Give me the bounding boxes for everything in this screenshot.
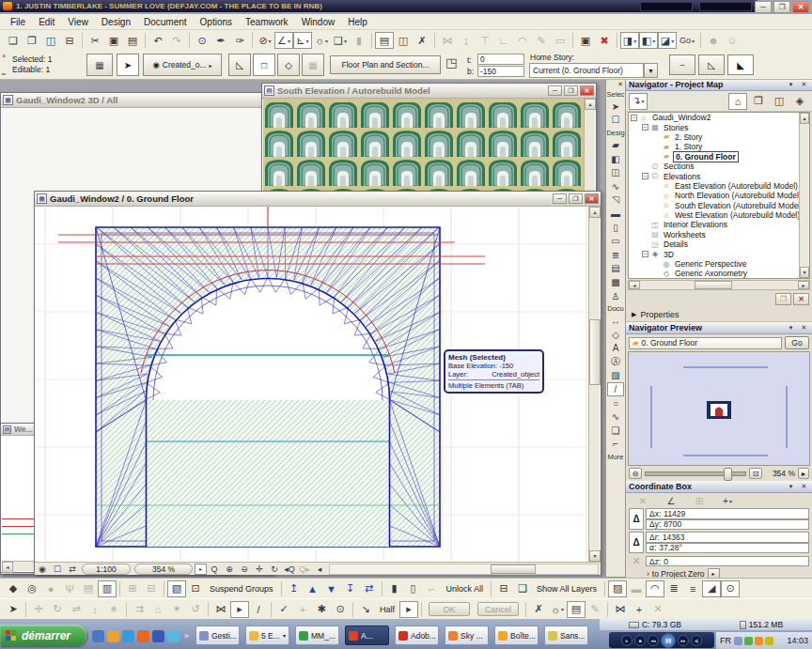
swap-order-icon[interactable]: ⇄ (360, 580, 379, 597)
regenerate-icon[interactable]: ↺ (186, 601, 205, 618)
scroll-down-icon[interactable]: ▾ (589, 550, 601, 562)
link-icon[interactable]: ⋈ (438, 32, 457, 49)
panel-menu-icon[interactable]: ▾ (786, 483, 796, 490)
tree-item-interior-elevations[interactable]: ◫Interior Elevations (629, 220, 809, 229)
door-tool[interactable]: ◧ (607, 152, 624, 166)
tray-icon-2[interactable] (755, 637, 763, 645)
half-snap-icon[interactable]: ↘ (356, 601, 375, 618)
bottom-elevation-field[interactable]: -150 (477, 66, 524, 77)
stretch-box-icon[interactable]: ▭ (551, 32, 570, 49)
window-plan-titlebar[interactable]: ▦ Gaudi_Window2 / 0. Ground Floor ─ ❐ ✕ (35, 192, 601, 207)
top-elevation-field[interactable]: 0 (477, 54, 524, 65)
3d-projection-icon[interactable]: ◎ (23, 580, 41, 597)
multiply-icon[interactable]: ∗ (104, 601, 123, 618)
menu-document[interactable]: Document (137, 16, 194, 28)
undo-icon[interactable]: ↶ (148, 32, 167, 49)
menu-design[interactable]: Design (95, 16, 137, 28)
minimize-button[interactable]: ─ (548, 85, 562, 96)
stair-tool[interactable]: ≣ (607, 248, 624, 262)
plus-coord-icon[interactable]: + (630, 601, 648, 618)
tree-item-elevation[interactable]: ⌂West Elevation (Autorebuild Model) (629, 210, 809, 220)
quick-launch-mail[interactable] (107, 630, 119, 642)
project-chooser-icon[interactable]: ↴▾ (629, 93, 648, 110)
navigator-header[interactable]: Navigator - Project Map ▾ ✕ (626, 79, 812, 91)
fill-toggle-icon[interactable]: ▨ (608, 580, 627, 597)
tree-item-story[interactable]: ▰0. Ground Floor (629, 152, 809, 162)
cancel-x-icon[interactable]: ✗ (529, 601, 548, 618)
project-map-view-icon[interactable]: ⌂ (728, 93, 747, 110)
roof-toggle-icon[interactable]: ◠ (646, 580, 664, 597)
preview-canvas[interactable] (628, 351, 810, 466)
bring-to-front-icon[interactable]: ↥ (285, 580, 304, 597)
mesh-tool[interactable]: ▤ (607, 262, 624, 276)
text-tool[interactable]: A (607, 342, 624, 356)
layer-selector-button[interactable]: ◉ Created_o... ▸ (143, 54, 222, 76)
copy-settings-icon[interactable]: ▤ (79, 580, 98, 597)
menu-view[interactable]: View (61, 16, 95, 28)
roof-tool[interactable]: ◹ (607, 193, 624, 208)
offset-icon[interactable]: ⇉ (130, 601, 148, 618)
lock-icon[interactable]: ▮ (385, 580, 404, 597)
tray-icon-1[interactable] (744, 637, 753, 645)
dimension-tool[interactable]: ↔ (607, 314, 624, 328)
grid-snap-icon[interactable]: ⊞ (123, 580, 142, 597)
toolbox-close-icon[interactable]: ✕ (617, 81, 623, 88)
cut-icon[interactable]: ✂ (86, 32, 104, 49)
home-story-dropdown[interactable]: Current (0. Ground Floor) (529, 63, 644, 78)
group-frame-icon[interactable]: ⊡ (186, 580, 205, 597)
geometry-slope-button[interactable]: ◺ (228, 54, 251, 76)
mesh-point-ridge-button[interactable]: ◣ (727, 54, 754, 75)
expander-icon[interactable]: − (642, 251, 648, 257)
add-coordinate-icon[interactable]: +▾ (718, 494, 737, 507)
sun-toggle-icon[interactable]: ☼▾ (548, 601, 567, 618)
zoom-options-icon[interactable]: Q (207, 564, 222, 575)
quick-launch-firefox[interactable] (137, 630, 149, 642)
task-5e[interactable]: 5 E...▾ (245, 626, 289, 645)
panel-menu-icon[interactable]: ▾ (786, 324, 796, 332)
drag-icon[interactable]: ✛ (29, 601, 48, 618)
snap-grid2-icon[interactable]: ⋈ (611, 601, 630, 618)
new-document-icon[interactable]: ❏ (4, 32, 23, 49)
column-tool[interactable]: ▯ (607, 221, 624, 235)
infobox-close-icon[interactable]: × (2, 53, 6, 59)
paste-settings-icon[interactable]: ▥ (98, 580, 117, 597)
wall-tool[interactable]: ▰ (607, 138, 624, 152)
layout-book-icon[interactable]: ◫ (770, 93, 789, 110)
task-gesti[interactable]: Gesti... (195, 626, 240, 645)
media-button-1[interactable]: ■ (634, 635, 646, 646)
wall-toggle-icon[interactable]: ▬ (627, 580, 646, 597)
go-button-icon[interactable]: Go▾ (677, 32, 697, 49)
tree-item-three-d[interactable]: −◈3D (629, 249, 809, 258)
slab-tool[interactable]: ▭ (607, 234, 624, 248)
arrow-tool[interactable]: ➤ (607, 100, 624, 114)
floor-plan-section-button[interactable]: Floor Plan and Section... (330, 55, 441, 74)
winamp-titlebar[interactable]: 1. JUSTIN TIMBERLAKE - SUMMER LOVE (DEFJ… (0, 0, 757, 12)
slope-toggle-icon[interactable]: ◢ (702, 580, 721, 597)
menu-edit[interactable]: Edit (32, 16, 61, 28)
layers-cube-icon[interactable]: ❑ (513, 580, 532, 597)
menu-help[interactable]: Help (341, 16, 374, 28)
confirm-icon[interactable]: ✓ (274, 601, 293, 618)
fit-in-window-icon[interactable]: ⊡ (749, 468, 762, 479)
pen-gray-icon[interactable]: ✎ (586, 601, 604, 618)
zoom-glass-icon[interactable]: ⊙ (331, 601, 350, 618)
line-tool[interactable]: / (607, 382, 624, 396)
window-south-titlebar[interactable]: ▤ South Elevation / Autorebuild Model ─ … (262, 84, 596, 99)
close-button[interactable]: ✕ (580, 85, 594, 96)
home-story-icon[interactable]: ⌂ (148, 601, 167, 618)
window-tool[interactable]: ◫ (607, 165, 624, 179)
scroll-up-icon[interactable]: ▴ (585, 99, 596, 110)
anchor-icon[interactable]: ↨ (457, 32, 476, 49)
walk-person-icon[interactable]: Ψ (60, 580, 79, 597)
inject-parameters-icon[interactable]: ✑ (230, 32, 249, 49)
close-button[interactable]: ✕ (585, 193, 599, 204)
send-to-back-icon[interactable]: ↧ (341, 580, 360, 597)
expander-icon[interactable]: − (631, 115, 637, 121)
panel-close-icon[interactable]: ✕ (799, 483, 809, 490)
marquee-tool[interactable]: ☐ (607, 114, 624, 128)
preview-story-field[interactable]: ▰ 0. Ground Floor (629, 337, 782, 349)
task-adob[interactable]: Adob... (395, 626, 439, 645)
mesh-active-icon[interactable]: ▤ (567, 601, 586, 618)
zoom-to-selection-icon[interactable]: ☐ (50, 564, 65, 575)
mesh-point-flat-button[interactable]: ⎯ (669, 54, 695, 75)
